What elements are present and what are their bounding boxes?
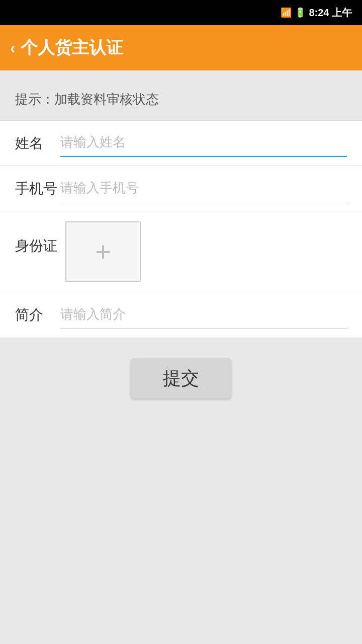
wifi-icon: 📶 (281, 7, 292, 18)
bio-label: 简介 (15, 305, 60, 325)
content-area: 提示：加载资料审核状态 姓名 手机号 身份证 + 简介 (0, 70, 362, 414)
time-display: 8:24 上午 (309, 6, 352, 20)
bio-input[interactable] (60, 301, 224, 327)
back-button[interactable]: ‹ (10, 39, 16, 57)
status-bar: 📶 🔋 8:24 上午 (0, 0, 362, 25)
hint-text: 提示：加载资料审核状态 (0, 80, 362, 120)
id-card-row: 身份证 + (0, 211, 362, 292)
name-input-wrapper (60, 129, 347, 157)
id-card-upload-button[interactable]: + (65, 221, 141, 282)
toolbar: ‹ 个人货主认证 (0, 25, 362, 70)
name-input[interactable] (60, 129, 224, 155)
phone-input[interactable] (60, 175, 224, 201)
bio-input-wrapper (60, 301, 347, 329)
plus-icon: + (95, 238, 111, 265)
battery-icon: 🔋 (295, 7, 306, 18)
name-label: 姓名 (15, 134, 60, 153)
status-icons: 📶 🔋 8:24 上午 (281, 6, 352, 20)
phone-row: 手机号 (0, 166, 362, 211)
submit-button[interactable]: 提交 (131, 358, 231, 398)
name-row: 姓名 (0, 121, 362, 166)
id-card-label: 身份证 (15, 221, 60, 256)
submit-container: 提交 (0, 353, 362, 404)
form-card: 姓名 手机号 身份证 + 简介 (0, 120, 362, 338)
phone-input-wrapper (60, 175, 347, 202)
page-title: 个人货主认证 (21, 36, 123, 59)
bio-row: 简介 (0, 292, 362, 338)
phone-label: 手机号 (15, 179, 60, 198)
